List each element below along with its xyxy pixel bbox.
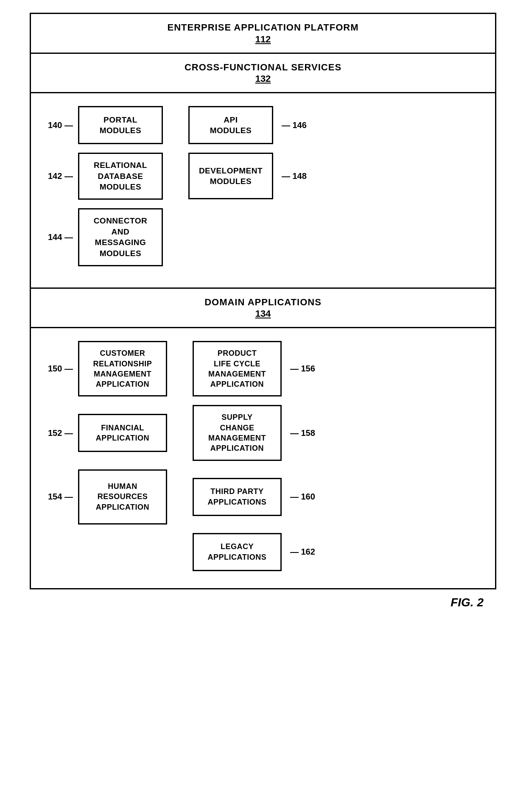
legacy-ref: — 162: [290, 547, 315, 557]
plm-label: PRODUCTLIFE CYCLEMANAGEMENTAPPLICATION: [208, 348, 266, 389]
connector-messaging-ref: 144 —: [48, 232, 73, 242]
crm-ref: 150 —: [48, 364, 73, 374]
api-modules-ref: — 146: [282, 120, 307, 130]
financial-item: 152 — FINANCIALAPPLICATION: [48, 414, 167, 452]
financial-box: FINANCIALAPPLICATION: [78, 414, 167, 452]
plm-ref: — 156: [290, 364, 315, 374]
enterprise-ref: 112: [39, 34, 487, 45]
supply-item: SUPPLYCHANGEMANAGEMENTAPPLICATION — 158: [193, 405, 315, 460]
cross-functional-ref: 132: [39, 73, 487, 84]
cross-functional-section: CROSS-FUNCTIONAL SERVICES 132: [31, 54, 495, 94]
modules-section: 140 — PORTALMODULES APIMODULES — 146: [31, 93, 495, 288]
hr-box: HUMANRESOURCESAPPLICATION: [78, 469, 167, 525]
connector-messaging-box: CONNECTORANDMESSAGINGMODULES: [78, 208, 163, 266]
relational-db-box: RELATIONALDATABASEMODULES: [78, 153, 163, 200]
third-party-box: THIRD PARTYAPPLICATIONS: [193, 478, 282, 516]
crm-item: 150 — CUSTOMERRELATIONSHIPMANAGEMENTAPPL…: [48, 341, 167, 396]
financial-label: FINANCIALAPPLICATION: [96, 423, 149, 444]
enterprise-section: ENTERPRISE APPLICATION PLATFORM 112: [31, 14, 495, 54]
domain-ref: 134: [39, 308, 487, 319]
hr-ref: 154 —: [48, 492, 73, 502]
portal-modules-label: PORTALMODULES: [100, 114, 142, 136]
domain-apps-section: 150 — CUSTOMERRELATIONSHIPMANAGEMENTAPPL…: [31, 328, 495, 588]
supply-box: SUPPLYCHANGEMANAGEMENTAPPLICATION: [193, 405, 282, 460]
domain-row-3: 154 — HUMANRESOURCESAPPLICATION THIRD PA…: [48, 469, 478, 525]
legacy-label: LEGACYAPPLICATIONS: [208, 541, 267, 562]
domain-row-4: xxx — LEGACYAPPLICATIONS — 162: [48, 533, 478, 571]
relational-db-label: RELATIONALDATABASEMODULES: [94, 160, 147, 193]
relational-db-item: 142 — RELATIONALDATABASEMODULES: [48, 153, 163, 200]
diagram: ENTERPRISE APPLICATION PLATFORM 112 CROS…: [30, 13, 496, 589]
modules-row-1: 140 — PORTALMODULES APIMODULES — 146: [48, 106, 478, 144]
development-modules-box: DEVELOPMENTMODULES: [188, 153, 273, 199]
supply-ref: — 158: [290, 428, 315, 438]
enterprise-title: ENTERPRISE APPLICATION PLATFORM: [39, 22, 487, 34]
third-party-label: THIRD PARTYAPPLICATIONS: [208, 486, 267, 507]
modules-row-3: 144 — CONNECTORANDMESSAGINGMODULES: [48, 208, 478, 266]
portal-modules-ref: 140 —: [48, 120, 73, 130]
third-party-ref: — 160: [290, 492, 315, 502]
crm-label: CUSTOMERRELATIONSHIPMANAGEMENTAPPLICATIO…: [93, 348, 152, 389]
domain-row-2: 152 — FINANCIALAPPLICATION SUPPLYCHANGEM…: [48, 405, 478, 460]
api-modules-item: APIMODULES — 146: [188, 106, 307, 144]
legacy-item: LEGACYAPPLICATIONS — 162: [193, 533, 315, 571]
connector-messaging-label: CONNECTORANDMESSAGINGMODULES: [94, 215, 148, 259]
plm-box: PRODUCTLIFE CYCLEMANAGEMENTAPPLICATION: [193, 341, 282, 396]
portal-modules-item: 140 — PORTALMODULES: [48, 106, 163, 144]
cross-functional-title: CROSS-FUNCTIONAL SERVICES: [39, 61, 487, 74]
plm-item: PRODUCTLIFE CYCLEMANAGEMENTAPPLICATION —…: [193, 341, 315, 396]
api-modules-label: APIMODULES: [210, 114, 252, 136]
connector-messaging-item: 144 — CONNECTORANDMESSAGINGMODULES: [48, 208, 163, 266]
third-party-item: THIRD PARTYAPPLICATIONS — 160: [193, 478, 315, 516]
domain-title: DOMAIN APPLICATIONS: [39, 296, 487, 309]
api-modules-box: APIMODULES: [188, 106, 273, 144]
domain-section: DOMAIN APPLICATIONS 134: [31, 289, 495, 329]
development-modules-item: DEVELOPMENTMODULES — 148: [188, 153, 307, 199]
fig-label: FIG. 2: [30, 589, 496, 609]
crm-box: CUSTOMERRELATIONSHIPMANAGEMENTAPPLICATIO…: [78, 341, 167, 396]
development-modules-ref: — 148: [282, 171, 307, 181]
legacy-placeholder: xxx —: [48, 533, 167, 571]
supply-label: SUPPLYCHANGEMANAGEMENTAPPLICATION: [208, 412, 266, 453]
legacy-box: LEGACYAPPLICATIONS: [193, 533, 282, 571]
domain-row-1: 150 — CUSTOMERRELATIONSHIPMANAGEMENTAPPL…: [48, 341, 478, 396]
modules-row-2: 142 — RELATIONALDATABASEMODULES DEVELOPM…: [48, 153, 478, 200]
development-modules-label: DEVELOPMENTMODULES: [199, 165, 263, 187]
financial-ref: 152 —: [48, 428, 73, 438]
hr-item: 154 — HUMANRESOURCESAPPLICATION: [48, 469, 167, 525]
hr-label: HUMANRESOURCESAPPLICATION: [96, 481, 149, 512]
relational-db-ref: 142 —: [48, 171, 73, 181]
portal-modules-box: PORTALMODULES: [78, 106, 163, 144]
